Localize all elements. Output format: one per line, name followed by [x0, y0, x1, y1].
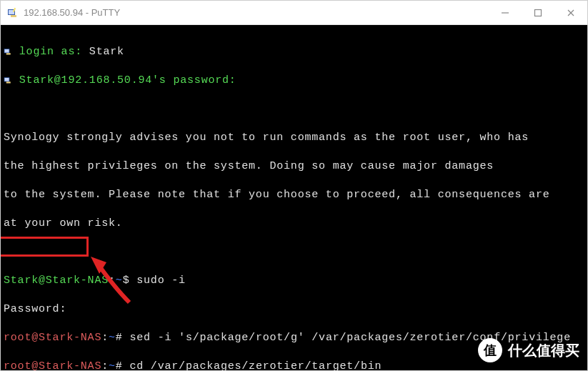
- svg-rect-12: [5, 78, 9, 81]
- minimize-button[interactable]: [489, 1, 522, 25]
- svg-rect-2: [11, 15, 16, 17]
- watermark-text: 什么值得买: [508, 341, 579, 360]
- motd-line: at your own risk.: [4, 217, 584, 231]
- putty-icon: [6, 6, 19, 19]
- motd-line: the highest privileges on the system. Do…: [4, 159, 584, 174]
- motd-line: Synology strongly advises you not to run…: [4, 131, 584, 145]
- putty-window: 192.168.50.94 - PuTTY login as: Stark St…: [0, 0, 588, 371]
- login-line: login as: Stark: [4, 45, 584, 59]
- maximize-button[interactable]: [522, 1, 554, 25]
- terminal-area[interactable]: login as: Stark Stark@192.168.50.94's pa…: [1, 25, 587, 370]
- titlebar[interactable]: 192.168.50.94 - PuTTY: [1, 1, 587, 25]
- password-line: Password:: [4, 302, 584, 317]
- svg-rect-5: [535, 9, 542, 16]
- watermark-badge: 值: [478, 338, 502, 362]
- svg-rect-10: [6, 53, 11, 54]
- putty-mini-icon: [4, 46, 12, 56]
- svg-rect-9: [5, 49, 9, 53]
- watermark: 值 什么值得买: [478, 338, 579, 362]
- putty-mini-icon: [4, 75, 12, 85]
- prompt-line: Stark@Stark-NAS:~$ sudo -i: [4, 274, 584, 288]
- window-title: 192.168.50.94 - PuTTY: [24, 7, 120, 18]
- close-button[interactable]: [554, 1, 587, 25]
- svg-rect-13: [6, 81, 11, 83]
- motd-line: to the system. Please note that if you c…: [4, 188, 584, 202]
- pw-prompt-line: Stark@192.168.50.94's password:: [4, 74, 584, 88]
